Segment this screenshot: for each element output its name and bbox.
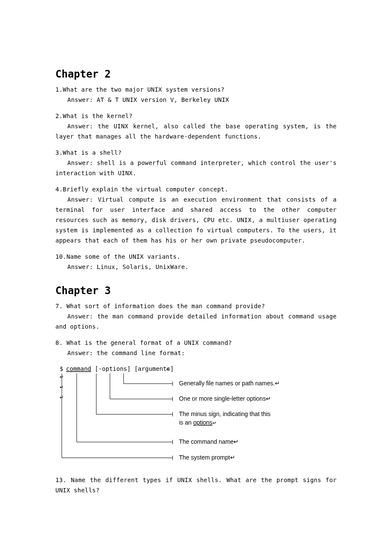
answer-text: Answer: Virtual compute is an execution …: [55, 194, 337, 246]
chapter-title: Chapter 2: [55, 68, 337, 80]
line-break-mark: ↵: [60, 384, 63, 390]
chapter-title: Chapter 3: [55, 285, 337, 297]
question-text: 1.What are the two major UNIX system ver…: [55, 84, 337, 95]
question-text: 7. What sort of information does the man…: [55, 301, 337, 311]
qa-item: 4.Briefly explain the virtual computer c…: [55, 184, 337, 246]
diagram-label-arguments: Generally file names or path names.↵: [179, 380, 280, 387]
diagram-label-prompt: The system prompt↵: [179, 454, 235, 461]
answer-text: Answer: the command line format:: [55, 348, 337, 358]
document-page: Chapter 2 1.What are the two major UNIX …: [0, 0, 392, 535]
qa-item: 7. What sort of information does the man…: [55, 301, 337, 332]
answer-text: Answer: AT & T UNIX version V, Berkeley …: [55, 95, 337, 105]
qa-item: 3.What is a shell? Answer: shell is a po…: [55, 147, 337, 178]
diagram-command-word: command [-options] [arguments]: [66, 365, 174, 372]
question-text: 13. Name the different types if UNIX she…: [55, 475, 337, 495]
diagram-dollar: $: [60, 365, 63, 372]
qa-item: 10.Name some of the UNIX variants. Answe…: [55, 251, 337, 272]
answer-text: Answer: shell is a powerful command inte…: [55, 158, 337, 178]
answer-text: Answer: the UINX kernel, also called the…: [55, 121, 337, 142]
question-text: 10.Name some of the UNIX variants.: [55, 251, 337, 262]
diagram-label-options: One or more single-letter options↵: [179, 395, 271, 402]
question-text: 3.What is a shell?: [55, 147, 337, 158]
line-break-mark: ↵: [60, 395, 63, 400]
diagram-label-minus-2: is an options↵: [179, 419, 216, 426]
qa-item: 13. Name the different types if UNIX she…: [55, 475, 337, 495]
line-break-mark: ↵: [60, 374, 63, 379]
question-text: 8. What is the general format of a UNIX …: [55, 338, 337, 348]
line-break-mark: ↵: [166, 367, 170, 372]
answer-text: Answer: the man command provide detailed…: [55, 311, 337, 332]
qa-item: 1.What are the two major UNIX system ver…: [55, 84, 337, 105]
answer-text: Answer: Linux, Solaris, UnixWare.: [55, 262, 337, 272]
qa-item: 2.What is the kernel? Answer: the UINX k…: [55, 111, 337, 142]
diagram-label-minus-1: The minus sign, indicating that this: [179, 410, 271, 417]
question-text: 4.Briefly explain the virtual computer c…: [55, 184, 337, 194]
question-text: 2.What is the kernel?: [55, 111, 337, 121]
command-format-diagram: $ command [-options] [arguments] ↵: [55, 364, 337, 466]
diagram-label-command-name: The command name↵: [179, 438, 239, 445]
qa-item: 8. What is the general format of a UNIX …: [55, 338, 337, 358]
